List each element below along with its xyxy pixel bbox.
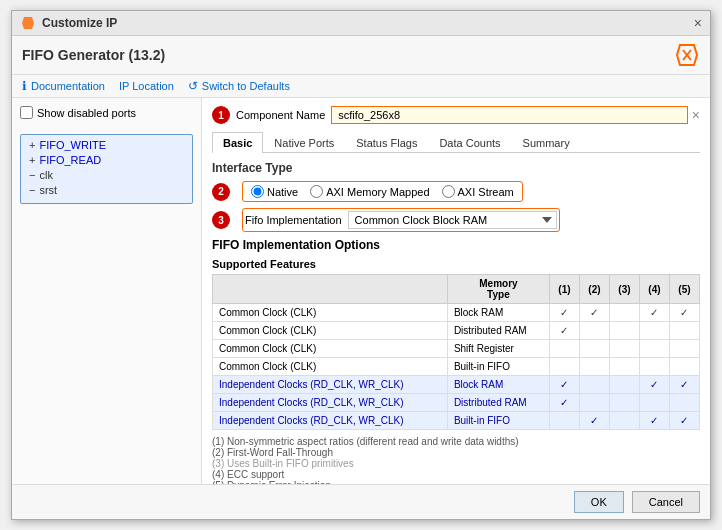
- cell-clock: Independent Clocks (RD_CLK, WR_CLK): [213, 394, 448, 412]
- cell-memory: Block RAM: [447, 376, 549, 394]
- step2-row: 2 Native AXI Memory Mapped AXI Stream: [212, 181, 700, 202]
- cell-memory: Built-in FIFO: [447, 358, 549, 376]
- ip-location-link[interactable]: IP Location: [119, 80, 174, 92]
- tab-data-counts[interactable]: Data Counts: [428, 132, 511, 153]
- cell-5: [669, 358, 699, 376]
- cell-2: [579, 358, 609, 376]
- cell-2: [579, 394, 609, 412]
- cell-3: [609, 412, 639, 430]
- cell-1: ✓: [549, 304, 579, 322]
- port-row-srst: − srst: [29, 184, 184, 196]
- cell-3: [609, 376, 639, 394]
- right-panel: 1 Component Name × Basic Native Ports St…: [202, 98, 710, 484]
- cell-1: ✓: [549, 322, 579, 340]
- port-box: + FIFO_WRITE + FIFO_READ − clk − srst: [20, 134, 193, 204]
- component-name-label: Component Name: [236, 109, 325, 121]
- close-button[interactable]: ×: [694, 15, 702, 31]
- cell-2: [579, 376, 609, 394]
- radio-axi-memory[interactable]: AXI Memory Mapped: [310, 185, 429, 198]
- cell-clock: Independent Clocks (RD_CLK, WR_CLK): [213, 376, 448, 394]
- cell-4: [639, 394, 669, 412]
- ok-button[interactable]: OK: [574, 491, 624, 513]
- cell-1: ✓: [549, 376, 579, 394]
- cell-2: ✓: [579, 412, 609, 430]
- footnote-3: (3) Uses Built-in FIFO primitives: [212, 458, 700, 469]
- clk-expand: −: [29, 169, 35, 181]
- cell-clock: Common Clock (CLK): [213, 304, 448, 322]
- fifo-impl-label: Fifo Implementation: [245, 214, 342, 226]
- svg-marker-0: [22, 17, 34, 29]
- fifo-write-expand: +: [29, 139, 35, 151]
- clear-component-name-button[interactable]: ×: [692, 107, 700, 123]
- cell-4: ✓: [639, 304, 669, 322]
- cell-4: ✓: [639, 376, 669, 394]
- cancel-button[interactable]: Cancel: [632, 491, 700, 513]
- cell-clock: Common Clock (CLK): [213, 322, 448, 340]
- title-bar: Customize IP ×: [12, 11, 710, 36]
- component-name-row: 1 Component Name ×: [212, 106, 700, 124]
- title-bar-left: Customize IP: [20, 15, 117, 31]
- step2-badge: 2: [212, 183, 230, 201]
- supported-features-title: Supported Features: [212, 258, 700, 270]
- clk-label: clk: [39, 169, 52, 181]
- cell-memory: Block RAM: [447, 304, 549, 322]
- tab-basic[interactable]: Basic: [212, 132, 263, 153]
- footer: OK Cancel: [12, 484, 710, 519]
- srst-label: srst: [39, 184, 57, 196]
- cell-5: [669, 394, 699, 412]
- show-disabled-row: Show disabled ports: [20, 106, 193, 119]
- cell-memory: Distributed RAM: [447, 394, 549, 412]
- radio-native[interactable]: Native: [251, 185, 298, 198]
- step3-badge: 3: [212, 211, 230, 229]
- tab-native-ports[interactable]: Native Ports: [263, 132, 345, 153]
- col-header-2: (2): [579, 275, 609, 304]
- footnote-2: (2) First-Word Fall-Through: [212, 447, 700, 458]
- col-header-3: (3): [609, 275, 639, 304]
- table-row: Common Clock (CLK) Built-in FIFO: [213, 358, 700, 376]
- radio-axi-stream[interactable]: AXI Stream: [442, 185, 514, 198]
- show-disabled-label: Show disabled ports: [37, 107, 136, 119]
- fifo-read-label: FIFO_READ: [39, 154, 101, 166]
- cell-1: ✓: [549, 394, 579, 412]
- col-header-memory: MemoryType: [447, 275, 549, 304]
- tabs-row: Basic Native Ports Status Flags Data Cou…: [212, 132, 700, 153]
- tab-status-flags[interactable]: Status Flags: [345, 132, 428, 153]
- fifo-impl-wrapper: Fifo Implementation Common Clock Block R…: [242, 208, 560, 232]
- cell-1: [549, 340, 579, 358]
- switch-defaults-link[interactable]: ↺ Switch to Defaults: [188, 79, 290, 93]
- port-row-fifo-read: + FIFO_READ: [29, 154, 184, 166]
- srst-expand: −: [29, 184, 35, 196]
- refresh-icon: ↺: [188, 79, 198, 93]
- component-name-input[interactable]: [331, 106, 688, 124]
- xilinx-icon: [20, 15, 36, 31]
- table-row: Common Clock (CLK) Distributed RAM ✓: [213, 322, 700, 340]
- step3-row: 3 Fifo Implementation Common Clock Block…: [212, 208, 700, 232]
- info-icon: ℹ: [22, 79, 27, 93]
- table-row: Common Clock (CLK) Block RAM ✓ ✓ ✓ ✓: [213, 304, 700, 322]
- header-bar: FIFO Generator (13.2): [12, 36, 710, 75]
- cell-2: ✓: [579, 304, 609, 322]
- interface-type-radio-group: Native AXI Memory Mapped AXI Stream: [242, 181, 523, 202]
- cell-2: [579, 322, 609, 340]
- documentation-link[interactable]: ℹ Documentation: [22, 79, 105, 93]
- cell-3: [609, 358, 639, 376]
- cell-2: [579, 340, 609, 358]
- radio-native-label: Native: [267, 186, 298, 198]
- footnote-4: (4) ECC support: [212, 469, 700, 480]
- cell-5: ✓: [669, 412, 699, 430]
- cell-1: [549, 412, 579, 430]
- cell-3: [609, 322, 639, 340]
- toolbar: ℹ Documentation IP Location ↺ Switch to …: [12, 75, 710, 98]
- port-row-fifo-write: + FIFO_WRITE: [29, 139, 184, 151]
- show-disabled-checkbox[interactable]: [20, 106, 33, 119]
- radio-axi-stream-label: AXI Stream: [458, 186, 514, 198]
- cell-5: ✓: [669, 304, 699, 322]
- fifo-impl-select[interactable]: Common Clock Block RAM Common Clock Dist…: [348, 211, 557, 229]
- col-header-1: (1): [549, 275, 579, 304]
- tab-summary[interactable]: Summary: [512, 132, 581, 153]
- left-panel: Show disabled ports + FIFO_WRITE + FIFO_…: [12, 98, 202, 484]
- interface-type-title: Interface Type: [212, 161, 700, 175]
- col-header-5: (5): [669, 275, 699, 304]
- cell-3: [609, 340, 639, 358]
- table-row: Independent Clocks (RD_CLK, WR_CLK) Buil…: [213, 412, 700, 430]
